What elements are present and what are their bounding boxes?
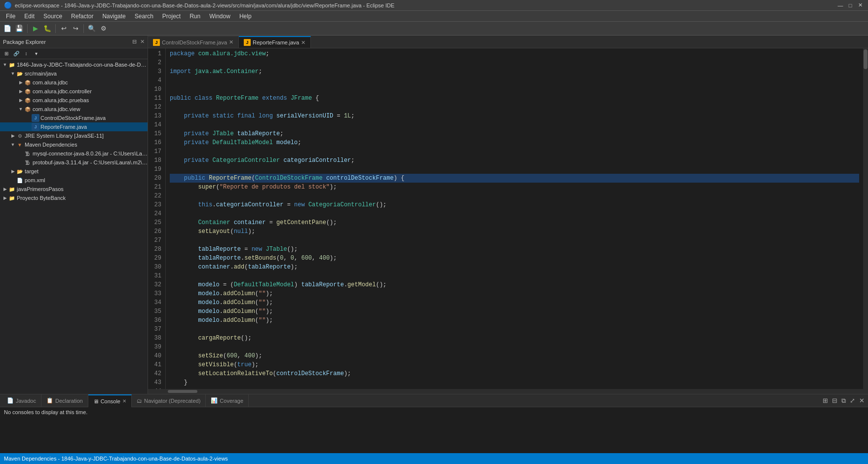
bottom-tab-label-3: Navigator (Deprecated)	[144, 398, 200, 404]
line-number-19: 19	[148, 165, 165, 174]
tree-item-maven[interactable]: ▼▼Maven Dependencies	[0, 140, 148, 149]
bottom-toolbar-icon2[interactable]: ⊟	[830, 397, 839, 404]
tree-icon-pb: 📁	[8, 194, 16, 202]
bottom-tab-icon-1: 📋	[46, 397, 53, 404]
toolbar-search[interactable]: 🔍	[86, 23, 97, 34]
bottom-toolbar-icon3[interactable]: ⧉	[840, 397, 847, 405]
menu-item-window[interactable]: Window	[205, 12, 234, 21]
toolbar-run[interactable]: ▶	[30, 23, 41, 34]
menu-item-file[interactable]: File	[2, 12, 19, 21]
sidebar-link-editor[interactable]: 🔗	[12, 49, 21, 58]
menubar: FileEditSourceRefactorNavigateSearchProj…	[0, 11, 868, 22]
tab-close-0[interactable]: ✕	[229, 39, 233, 45]
tab-close-1[interactable]: ✕	[301, 39, 305, 46]
code-line-26: setLayout(null);	[170, 227, 859, 236]
sidebar-collapse-all[interactable]: ⊞	[2, 49, 11, 58]
bottom-toolbar-icon1[interactable]: ⊞	[821, 397, 830, 404]
sidebar-toolbar: ⊞ 🔗 ↕ ▾	[0, 48, 148, 59]
bottom-tab-label-0: Javadoc	[16, 398, 36, 404]
tree-item-pkg2[interactable]: ▶📦com.alura.jdbc.controller	[0, 87, 148, 96]
tree-item-root[interactable]: ▼📁1846-Java-y-JDBC-Trabajando-con-una-Ba…	[0, 60, 148, 69]
toolbar-save[interactable]: 💾	[14, 23, 25, 34]
tree-icon-target: 📂	[16, 167, 24, 175]
tree-icon-root: 📁	[8, 61, 16, 69]
tree-item-pom[interactable]: 📄pom.xml	[0, 176, 148, 185]
sidebar-minimize-icon[interactable]: ⊟	[132, 39, 137, 45]
tree-label-root: 1846-Java-y-JDBC-Trabajando-con-una-Base…	[17, 62, 148, 68]
code-line-28: tablaReporte = new JTable();	[170, 245, 859, 254]
tree-item-pkg4[interactable]: ▼📦com.alura.jdbc.view	[0, 105, 148, 114]
tree-item-target[interactable]: ▶📂target	[0, 167, 148, 176]
menu-item-edit[interactable]: Edit	[20, 12, 38, 21]
line-number-18: 18	[148, 156, 165, 165]
code-line-33: modelo.addColumn("");	[170, 289, 859, 298]
tree-icon-jar1: 🗜	[24, 150, 32, 157]
sidebar-sync[interactable]: ↕	[22, 49, 31, 58]
bottom-tab-3[interactable]: 🗂 Navigator (Deprecated)	[132, 394, 206, 407]
toolbar-undo[interactable]: ↩	[58, 23, 69, 34]
horizontal-scrollbar[interactable]	[148, 389, 868, 394]
tree-icon-pom: 📄	[16, 176, 24, 184]
tab-label-0: ControlDeStockFrame.java	[162, 39, 227, 45]
line-number-23: 23	[148, 200, 165, 209]
tree-item-pkg3[interactable]: ▶📦com.alura.jdbc.pruebas	[0, 96, 148, 105]
tree-item-file1[interactable]: JControlDeStockFrame.java	[0, 114, 148, 122]
menu-item-navigate[interactable]: Navigate	[98, 12, 129, 21]
tree-item-jre[interactable]: ▶⚙JRE System Library [JavaSE-11]	[0, 131, 148, 140]
code-editor: 1234101112131415161718192021222324252627…	[148, 48, 868, 389]
toolbar-settings[interactable]: ⚙	[98, 23, 109, 34]
window-controls: — □ ✕	[836, 1, 864, 9]
scrollbar-right[interactable]	[863, 48, 868, 389]
line-number-1: 1	[148, 49, 165, 58]
bottom-tab-icon-4: 📊	[211, 397, 218, 404]
bottom-tab-label-4: Coverage	[220, 398, 243, 404]
bottom-tab-0[interactable]: 📄 Javadoc	[2, 394, 41, 407]
bottom-tab-4[interactable]: 📊 Coverage	[206, 394, 249, 407]
editor-tab-1[interactable]: JReporteFrame.java✕	[239, 36, 311, 48]
menu-item-search[interactable]: Search	[131, 12, 157, 21]
toolbar-new[interactable]: 📄	[2, 23, 13, 34]
tree-icon-jre: ⚙	[16, 132, 24, 140]
tree-label-pkg2: com.alura.jdbc.controller	[33, 88, 92, 94]
code-line-20: public ReporteFrame(ControlDeStockFrame …	[170, 174, 859, 183]
code-content[interactable]: package com.alura.jdbc.view;import java.…	[166, 48, 863, 389]
tree-item-file2[interactable]: JReporteFrame.java	[0, 122, 148, 131]
tree-icon-pkg3: 📦	[24, 96, 32, 104]
menu-item-help[interactable]: Help	[235, 12, 256, 21]
tree-arrow-file2	[26, 124, 32, 130]
menu-item-source[interactable]: Source	[39, 12, 66, 21]
tree-item-jar2[interactable]: 🗜protobuf-java-3.11.4.jar - C:\Users\Lau…	[0, 158, 148, 167]
toolbar-sep-3	[83, 24, 84, 33]
tree-item-jpp[interactable]: ▶📁javaPrimerosPasos	[0, 185, 148, 193]
toolbar-debug[interactable]: 🐛	[42, 23, 53, 34]
sidebar-content: ▼📁1846-Java-y-JDBC-Trabajando-con-una-Ba…	[0, 59, 148, 394]
minimize-button[interactable]: —	[836, 1, 844, 9]
tree-item-pkg1[interactable]: ▶📦com.alura.jdbc	[0, 78, 148, 87]
bottom-toolbar-icon4[interactable]: ⤢	[848, 397, 857, 404]
tree-item-jar1[interactable]: 🗜mysql-connector-java-8.0.26.jar - C:\Us…	[0, 149, 148, 158]
tree-arrow-jar1	[18, 151, 24, 156]
sidebar: Package Explorer ⊟ ✕ ⊞ 🔗 ↕ ▾ ▼📁1846-Java…	[0, 36, 148, 394]
bottom-toolbar-close[interactable]: ✕	[858, 397, 866, 404]
bottom-tab-close-2[interactable]: ✕	[122, 398, 126, 404]
statusbar: Maven Dependencies - 1846-Java-y-JDBC-Tr…	[0, 453, 868, 464]
menu-item-run[interactable]: Run	[186, 12, 204, 21]
line-number-34: 34	[148, 298, 165, 307]
sidebar-close-icon[interactable]: ✕	[140, 39, 145, 45]
bottom-tab-2[interactable]: 🖥 Console ✕	[88, 394, 132, 407]
toolbar-redo[interactable]: ↪	[70, 23, 81, 34]
main-area: Package Explorer ⊟ ✕ ⊞ 🔗 ↕ ▾ ▼📁1846-Java…	[0, 36, 868, 394]
tree-item-pb[interactable]: ▶📁Proyecto ByteBanck	[0, 193, 148, 202]
maximize-button[interactable]: □	[846, 1, 854, 9]
line-number-32: 32	[148, 280, 165, 289]
editor-tab-0[interactable]: JControlDeStockFrame.java✕	[148, 36, 239, 48]
tree-icon-file2: J	[32, 123, 39, 131]
tree-item-src[interactable]: ▼📂src/main/java	[0, 69, 148, 78]
tree-icon-maven: ▼	[16, 141, 24, 149]
menu-item-refactor[interactable]: Refactor	[67, 12, 97, 21]
menu-item-project[interactable]: Project	[158, 12, 185, 21]
tree-icon-file1: J	[32, 114, 39, 122]
bottom-tab-1[interactable]: 📋 Declaration	[41, 394, 88, 407]
sidebar-menu[interactable]: ▾	[32, 49, 40, 58]
close-button[interactable]: ✕	[856, 1, 864, 9]
